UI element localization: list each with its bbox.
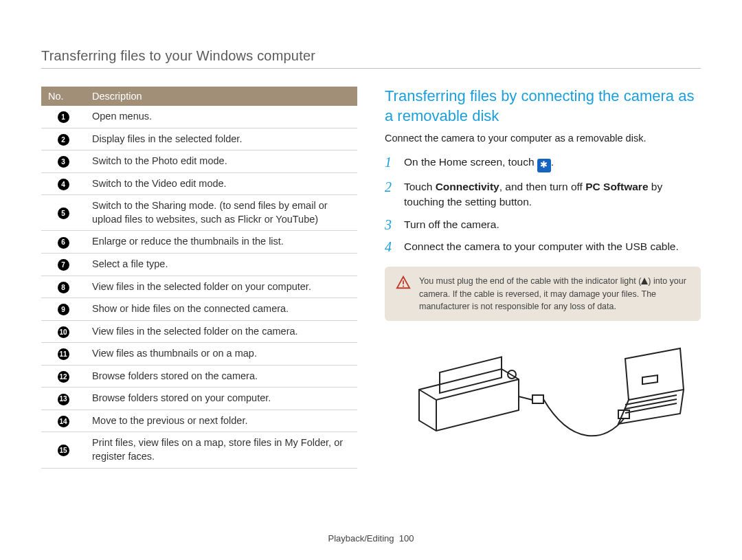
table-row: 2Display files in the selected folder. bbox=[41, 128, 357, 150]
step-text: , and then turn off bbox=[499, 181, 586, 192]
row-description: View files in the selected folder on the… bbox=[85, 320, 357, 343]
description-table: No. Description 1Open menus.2Display fil… bbox=[41, 87, 357, 469]
row-number-icon: 2 bbox=[58, 134, 69, 146]
row-description: Display files in the selected folder. bbox=[85, 128, 357, 150]
row-number-icon: 12 bbox=[58, 371, 69, 383]
connection-illustration bbox=[385, 335, 701, 451]
svg-line-6 bbox=[625, 395, 677, 405]
footer-page-number: 100 bbox=[399, 533, 414, 544]
row-number-icon: 15 bbox=[58, 445, 69, 456]
row-description: Switch to the Sharing mode. (to send fil… bbox=[85, 195, 357, 231]
step-text-bold: Connectivity bbox=[436, 181, 499, 192]
title-divider bbox=[41, 68, 701, 69]
step-number: 2 bbox=[385, 179, 397, 210]
row-number-icon: 1 bbox=[58, 111, 69, 123]
row-number-icon: 3 bbox=[58, 156, 69, 168]
page-footer: Playback/Editing 100 bbox=[0, 533, 742, 544]
table-header-no: No. bbox=[41, 87, 85, 106]
svg-point-1 bbox=[403, 286, 404, 287]
row-number-icon: 11 bbox=[58, 348, 69, 360]
step-1: 1 On the Home screen, touch ✱. bbox=[385, 155, 701, 172]
row-description: Select a file type. bbox=[85, 253, 357, 276]
table-row: 12Browse folders stored on the camera. bbox=[41, 365, 357, 388]
step-text: . bbox=[551, 156, 554, 168]
table-row: 3Switch to the Photo edit mode. bbox=[41, 150, 357, 173]
row-number-icon: 4 bbox=[58, 179, 69, 190]
row-number-icon: 7 bbox=[58, 259, 69, 271]
warning-text: You must plug the end of the cable with … bbox=[419, 276, 641, 286]
row-number-icon: 6 bbox=[58, 237, 69, 249]
step-text: Connect the camera to your computer with… bbox=[404, 239, 679, 254]
row-number-icon: 10 bbox=[58, 326, 69, 338]
footer-section: Playback/Editing bbox=[328, 533, 394, 544]
svg-rect-9 bbox=[642, 375, 657, 384]
step-text-bold: PC Software bbox=[585, 181, 648, 192]
section-title: Transferring files by connecting the cam… bbox=[385, 87, 701, 126]
svg-rect-2 bbox=[440, 357, 502, 392]
table-row: 15Print files, view files on a map, stor… bbox=[41, 432, 357, 468]
step-text: Touch bbox=[404, 181, 436, 192]
row-number-icon: 13 bbox=[58, 394, 69, 405]
row-description: Print files, view files on a map, store … bbox=[85, 432, 357, 468]
table-row: 10View files in the selected folder on t… bbox=[41, 320, 357, 343]
table-row: 11View files as thumbnails or on a map. bbox=[41, 343, 357, 366]
step-2: 2 Touch Connectivity, and then turn off … bbox=[385, 179, 701, 210]
row-description: View files as thumbnails or on a map. bbox=[85, 343, 357, 366]
row-number-icon: 9 bbox=[58, 304, 69, 315]
warning-box: You must plug the end of the cable with … bbox=[385, 267, 701, 320]
table-row: 9Show or hide files on the connected cam… bbox=[41, 298, 357, 321]
row-number-icon: 5 bbox=[58, 208, 69, 219]
row-description: Enlarge or reduce the thumbnails in the … bbox=[85, 231, 357, 254]
step-number: 3 bbox=[385, 217, 397, 232]
step-number: 1 bbox=[385, 155, 397, 172]
table-row: 13Browse folders stored on your computer… bbox=[41, 388, 357, 410]
svg-line-7 bbox=[625, 399, 677, 409]
row-description: Switch to the Photo edit mode. bbox=[85, 150, 357, 173]
intro-text: Connect the camera to your computer as a… bbox=[385, 133, 701, 144]
row-description: Browse folders stored on the camera. bbox=[85, 365, 357, 388]
step-text: On the Home screen, touch bbox=[404, 156, 537, 168]
table-row: 8View files in the selected folder on yo… bbox=[41, 276, 357, 298]
settings-gear-icon: ✱ bbox=[537, 159, 551, 172]
row-description: Switch to the Video edit mode. bbox=[85, 172, 357, 195]
row-description: Show or hide files on the connected came… bbox=[85, 298, 357, 321]
table-row: 14Move to the previous or next folder. bbox=[41, 410, 357, 432]
row-number-icon: 14 bbox=[58, 416, 69, 427]
warning-icon bbox=[396, 275, 411, 290]
table-row: 6Enlarge or reduce the thumbnails in the… bbox=[41, 231, 357, 254]
row-description: Move to the previous or next folder. bbox=[85, 410, 357, 432]
page-title: Transferring files to your Windows compu… bbox=[41, 48, 701, 64]
step-number: 4 bbox=[385, 239, 397, 254]
row-number-icon: 8 bbox=[58, 282, 69, 293]
table-header-desc: Description bbox=[85, 87, 357, 106]
row-description: View files in the selected folder on you… bbox=[85, 276, 357, 298]
svg-line-8 bbox=[625, 403, 677, 413]
table-row: 4Switch to the Video edit mode. bbox=[41, 172, 357, 195]
row-description: Browse folders stored on your computer. bbox=[85, 388, 357, 410]
table-row: 1Open menus. bbox=[41, 106, 357, 128]
step-text: Turn off the camera. bbox=[404, 217, 499, 232]
step-4: 4 Connect the camera to your computer wi… bbox=[385, 239, 701, 254]
table-row: 7Select a file type. bbox=[41, 253, 357, 276]
step-3: 3 Turn off the camera. bbox=[385, 217, 701, 232]
row-description: Open menus. bbox=[85, 106, 357, 128]
table-row: 5Switch to the Sharing mode. (to send fi… bbox=[41, 195, 357, 231]
svg-rect-4 bbox=[532, 395, 543, 403]
